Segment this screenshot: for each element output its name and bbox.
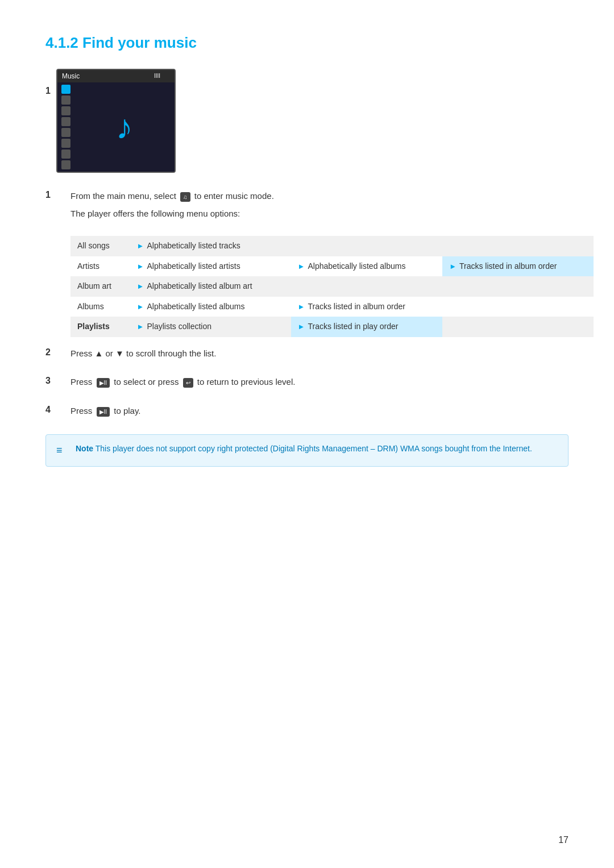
- menu-col3-allsongs: [291, 236, 443, 256]
- arrow-icon: ►: [298, 261, 305, 272]
- step2-number: 2: [45, 347, 59, 358]
- device-step-number: 1: [45, 86, 51, 96]
- menu-col2-artists-text: Alphabetically listed artists: [147, 261, 240, 271]
- device-header: Music IIII: [57, 70, 175, 82]
- note-body-text: This player does not support copy right …: [96, 444, 532, 453]
- device-title: Music: [62, 72, 80, 80]
- menu-col3-playlists: ►Tracks listed in play order: [291, 317, 443, 337]
- note-box: ≡ Note This player does not support copy…: [45, 434, 569, 467]
- sidebar-icon-2: [61, 106, 70, 115]
- menu-label-allsongs: All songs: [70, 236, 130, 256]
- sidebar-icon-1: [61, 95, 70, 105]
- arrow-icon: ►: [137, 261, 144, 272]
- menu-label-playlists: Playlists: [70, 317, 130, 337]
- play-pause-icon-2: ▶II: [97, 407, 110, 417]
- menu-col4-playlists: [442, 317, 594, 337]
- note-icon: ≡: [56, 443, 70, 458]
- step4-block: 4 Press ▶II to play.: [45, 405, 569, 418]
- menu-col2-albumart: ►Alphabetically listed album art: [130, 276, 291, 297]
- step4-text-before: Press: [70, 406, 92, 416]
- step1-subtext: The player offers the following menu opt…: [70, 207, 274, 221]
- menu-label-albumart: Album art: [70, 276, 130, 297]
- menu-col3-albums: ►Tracks listed in album order: [291, 297, 443, 317]
- menu-col4-allsongs: [442, 236, 594, 256]
- step3-text: Press ▶II to select or press ↩ to return…: [70, 376, 295, 389]
- menu-col2-albums: ►Alphabetically listed albums: [130, 297, 291, 317]
- step4-number: 4: [45, 405, 59, 415]
- device-image-container: 1 Music IIII ♪: [45, 69, 569, 173]
- menu-col3-albums-text: Tracks listed in album order: [308, 302, 405, 311]
- note-label: Note: [76, 444, 93, 453]
- device-main-area: ♪: [74, 82, 175, 172]
- step2-text: Press ▲ or ▼ to scroll through the list.: [70, 347, 216, 360]
- menu-col2-albumart-text: Alphabetically listed album art: [147, 281, 252, 290]
- menu-col4-albumart: [442, 276, 594, 297]
- step1-text-before: From the main menu, select: [70, 191, 176, 201]
- sidebar-icon-5: [61, 139, 70, 148]
- menu-col2-allsongs: ►Alphabetically listed tracks: [130, 236, 291, 256]
- note-text: Note This player does not support copy r…: [76, 443, 532, 455]
- menu-col4-artists-text: Tracks listed in album order: [459, 261, 557, 271]
- menu-col3-artists: ►Alphabetically listed albums: [291, 256, 443, 277]
- step4-text: Press ▶II to play.: [70, 405, 141, 418]
- device-screen: Music IIII ♪: [56, 69, 176, 173]
- menu-col3-artists-text: Alphabetically listed albums: [308, 261, 405, 271]
- step4-text-after: to play.: [114, 406, 140, 416]
- table-row: Playlists ►Playlists collection ►Tracks …: [70, 317, 594, 337]
- menu-col2-playlists-text: Playlists collection: [147, 322, 211, 331]
- music-note-icon: ♪: [116, 107, 133, 147]
- menu-col3-albumart: [291, 276, 443, 297]
- table-row: Albums ►Alphabetically listed albums ►Tr…: [70, 297, 594, 317]
- step1-number: 1: [45, 190, 59, 200]
- sidebar-icon-3: [61, 117, 70, 126]
- page-number: 17: [558, 835, 569, 845]
- sidebar-icon-0: [61, 85, 70, 94]
- step1-text: From the main menu, select ♫ to enter mu…: [70, 190, 274, 220]
- menu-options-table: All songs ►Alphabetically listed tracks …: [70, 236, 594, 337]
- step3-text-mid: to select or press: [114, 377, 179, 387]
- menu-col2-artists: ►Alphabetically listed artists: [130, 256, 291, 277]
- step1-block: 1 From the main menu, select ♫ to enter …: [45, 190, 569, 220]
- battery-icon: IIII: [154, 73, 170, 80]
- sidebar-icon-7: [61, 160, 70, 169]
- device-sidebar: [57, 82, 74, 172]
- menu-col2-playlists: ►Playlists collection: [130, 317, 291, 337]
- table-row: Artists ►Alphabetically listed artists ►…: [70, 256, 594, 277]
- arrow-icon: ►: [137, 302, 144, 312]
- menu-label-artists: Artists: [70, 256, 130, 277]
- arrow-icon: ►: [449, 261, 457, 272]
- sidebar-icon-6: [61, 149, 70, 159]
- menu-col4-artists: ►Tracks listed in album order: [442, 256, 594, 277]
- arrow-icon: ►: [137, 241, 144, 251]
- music-mode-icon: ♫: [180, 192, 190, 202]
- menu-col2-albums-text: Alphabetically listed albums: [147, 302, 244, 311]
- return-icon: ↩: [183, 378, 193, 388]
- section-title: 4.1.2 Find your music: [45, 34, 569, 52]
- step2-block: 2 Press ▲ or ▼ to scroll through the lis…: [45, 347, 569, 360]
- menu-label-albums: Albums: [70, 297, 130, 317]
- table-row: All songs ►Alphabetically listed tracks: [70, 236, 594, 256]
- table-row: Album art ►Alphabetically listed album a…: [70, 276, 594, 297]
- arrow-icon: ►: [137, 322, 144, 332]
- menu-col4-albums: [442, 297, 594, 317]
- step3-text-before: Press: [70, 377, 92, 387]
- sidebar-icon-4: [61, 128, 70, 137]
- arrow-icon: ►: [298, 302, 305, 312]
- play-pause-icon-1: ▶II: [97, 378, 110, 388]
- step3-text-after: to return to previous level.: [197, 377, 296, 387]
- arrow-icon: ►: [298, 322, 305, 332]
- step3-number: 3: [45, 376, 59, 386]
- menu-col3-playlists-text: Tracks listed in play order: [308, 322, 398, 331]
- menu-col2-allsongs-text: Alphabetically listed tracks: [147, 241, 240, 250]
- step1-text-after: to enter music mode.: [194, 191, 274, 201]
- device-body: ♪: [57, 82, 175, 172]
- step3-block: 3 Press ▶II to select or press ↩ to retu…: [45, 376, 569, 389]
- arrow-icon: ►: [137, 281, 144, 292]
